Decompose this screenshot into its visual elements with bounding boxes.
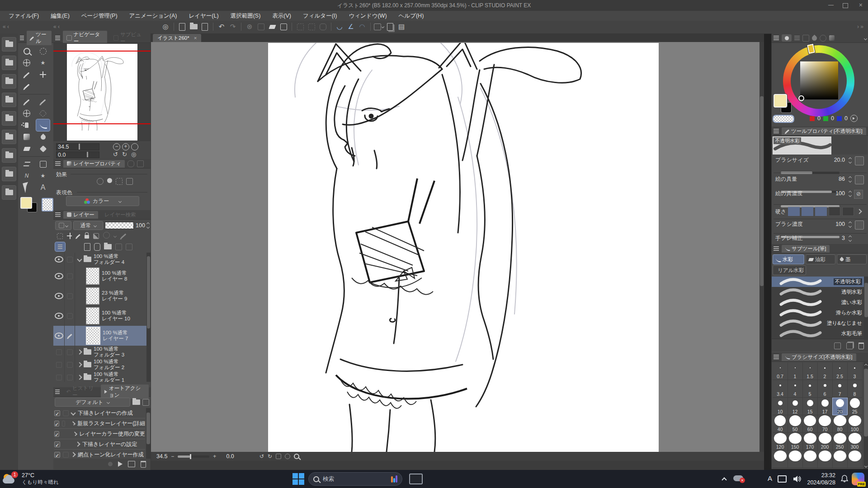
menu-page[interactable]: ページ管理(P)	[75, 11, 123, 21]
brush-row[interactable]: 濃い水彩	[772, 297, 864, 308]
undo-icon[interactable]: ↶	[217, 22, 226, 31]
layer-row-7-selected[interactable]: 100 %通常レイヤー 7	[53, 326, 146, 346]
size-cell[interactable]: 1	[788, 362, 803, 380]
palette-view-button[interactable]	[55, 242, 65, 251]
layer-opacity-slider[interactable]	[105, 222, 134, 229]
action-row[interactable]: レイヤーカラー使用の変更	[54, 429, 145, 439]
tool-eraser[interactable]	[20, 143, 33, 155]
add-action-button[interactable]	[128, 461, 135, 467]
prop-stepper[interactable]	[849, 158, 851, 163]
sub-tool-scrollbar[interactable]	[864, 277, 868, 340]
size-cell[interactable]: 3	[847, 362, 863, 380]
canvas-zoom-in-icon[interactable]: +	[213, 453, 216, 460]
tool-property-tab[interactable]: ツールプロパティ[不透明水彩]	[782, 127, 866, 135]
hardness-seg-3[interactable]	[815, 207, 827, 216]
minimize-button[interactable]: —	[828, 2, 834, 8]
size-cell[interactable]: 200	[817, 433, 833, 450]
size-cell[interactable]: 120	[773, 433, 788, 450]
size-cell[interactable]: 15	[802, 398, 818, 415]
size-cell[interactable]	[817, 450, 833, 468]
size-cell[interactable]: 170	[802, 433, 818, 450]
canvas-100-icon[interactable]	[285, 454, 290, 459]
layer-row-folder3[interactable]: 100 %通常フォルダー 3	[53, 346, 146, 359]
layer-checkbox[interactable]	[67, 257, 73, 263]
hardness-seg-2[interactable]	[802, 207, 813, 216]
copilot-icon[interactable]: PRE	[852, 473, 864, 485]
reset-rotation-button[interactable]: ◎	[131, 151, 136, 158]
tool-zoom[interactable]	[20, 45, 33, 57]
start-button[interactable]	[292, 473, 305, 485]
dock-collapse-left[interactable]: « ‹	[3, 23, 9, 30]
tool-figure[interactable]	[20, 108, 33, 119]
tool-object[interactable]	[36, 45, 50, 57]
action-row[interactable]: 新規ラスターレイヤー(詳細	[54, 418, 145, 429]
clip-at-layer-icon[interactable]	[57, 233, 63, 239]
prop-dynamics-button[interactable]	[855, 221, 864, 230]
size-cell[interactable]: 80	[832, 415, 848, 433]
size-cell[interactable]	[847, 450, 863, 468]
save-file-icon[interactable]	[200, 22, 210, 31]
layer-row-folder4[interactable]: 100 %通常フォルダー 4	[53, 253, 146, 267]
sv-cursor[interactable]	[798, 95, 804, 101]
layer-opacity-value[interactable]: 100	[136, 222, 145, 229]
hue-cursor[interactable]	[807, 44, 815, 54]
tool-frame-border[interactable]	[36, 158, 50, 170]
red-value[interactable]: 0	[817, 115, 821, 122]
tool-gradient[interactable]	[20, 131, 33, 143]
size-cell[interactable]: 0.7	[773, 362, 788, 380]
panel-menu-icon[interactable]	[20, 38, 24, 38]
size-cell[interactable]: 50	[788, 415, 803, 433]
rotate-cw-button[interactable]: ↻	[122, 151, 127, 158]
action-scrollbar[interactable]	[146, 408, 151, 459]
prop-dynamics-button[interactable]	[855, 175, 864, 184]
canvas-viewport[interactable]	[151, 42, 764, 452]
size-cell[interactable]	[773, 450, 788, 468]
action-row[interactable]: 下描きレイヤーの作成	[54, 408, 145, 418]
visibility-checkbox[interactable]	[56, 375, 62, 380]
effect-tone-icon[interactable]	[106, 177, 113, 184]
panel-menu-icon[interactable]	[55, 391, 60, 392]
view-select-dropdown-icon[interactable]	[374, 22, 384, 31]
expand-icon[interactable]	[77, 375, 82, 380]
canvas-vscrollbar[interactable]	[760, 42, 764, 452]
dock-palette-7[interactable]	[2, 148, 16, 163]
color-history-icon[interactable]	[850, 115, 858, 122]
prop-value[interactable]: 100	[835, 221, 845, 227]
tool-brush[interactable]	[36, 119, 50, 131]
zoom-out-button[interactable]: −	[113, 143, 120, 150]
brush-size-tab[interactable]: ブラシサイズ[不透明水彩]	[782, 353, 856, 361]
menu-edit[interactable]: 編集(E)	[45, 11, 75, 21]
tool-airbrush[interactable]	[20, 119, 33, 131]
snap-grid-icon[interactable]: ◠	[357, 22, 367, 31]
visibility-checkbox[interactable]	[56, 349, 62, 355]
layer-checkbox[interactable]	[67, 273, 73, 279]
tool-move[interactable]	[36, 69, 50, 80]
size-cell[interactable]: 17	[817, 398, 833, 415]
size-cell[interactable]: 10	[773, 398, 788, 415]
dock-collapse-left2[interactable]: « ‹	[53, 23, 60, 30]
tool-navigate[interactable]	[20, 57, 33, 69]
size-cell[interactable]: 12	[788, 398, 803, 415]
new-document-icon[interactable]	[177, 22, 187, 31]
delete-sub-tool-button[interactable]	[859, 343, 864, 349]
brush-row[interactable]: 滑らか水彩	[772, 308, 864, 319]
prop-stepper[interactable]	[849, 236, 851, 241]
dock-palette-5[interactable]	[2, 111, 16, 126]
expand-icon[interactable]	[71, 410, 75, 415]
action-set-icon[interactable]	[132, 399, 140, 405]
panel-menu-icon[interactable]	[774, 131, 779, 131]
tool-decoration[interactable]	[36, 108, 50, 119]
volume-icon[interactable]	[793, 475, 801, 484]
blend-mode-select[interactable]: 通常	[73, 221, 103, 230]
maximize-button[interactable]	[843, 3, 848, 8]
opacity-stepper[interactable]	[147, 223, 149, 228]
expression-color-select[interactable]: カラー	[66, 196, 139, 206]
size-cell[interactable]: 7	[832, 380, 848, 398]
layer-tab[interactable]: レイヤー	[63, 211, 98, 219]
document-close-icon[interactable]: ×	[194, 35, 197, 41]
menu-filter[interactable]: フィルター(I)	[297, 11, 343, 21]
tone-tab-icon[interactable]	[137, 160, 144, 167]
transparent-color-button[interactable]	[773, 115, 794, 123]
action-row[interactable]: 網点トーン化レイヤー作成	[54, 450, 145, 459]
expand-icon[interactable]	[71, 421, 75, 425]
